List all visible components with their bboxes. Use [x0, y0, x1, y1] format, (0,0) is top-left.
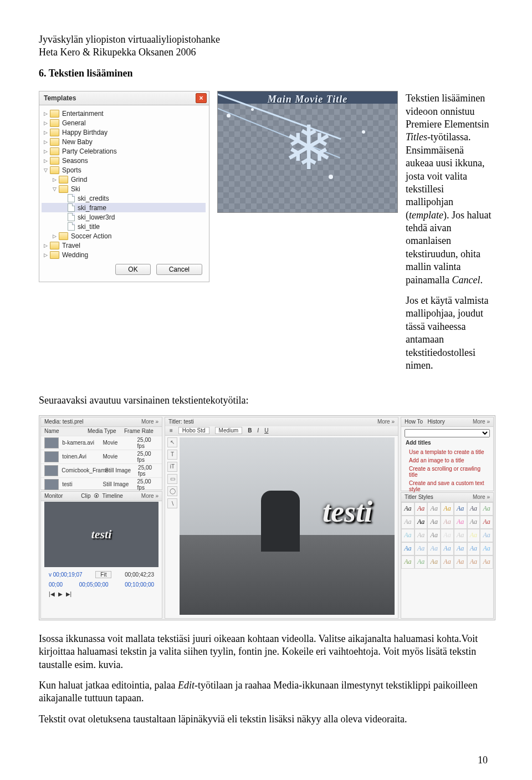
underline-icon[interactable]: U [264, 427, 268, 434]
workspace-screenshot: Media: testi.prel More » Name Media Type… [39, 415, 495, 620]
tab-timeline[interactable]: Timeline [102, 493, 122, 499]
style-swatch[interactable]: Aa [454, 502, 467, 516]
howto-link[interactable]: Use a template to create a title [405, 448, 490, 456]
media-row[interactable]: toinen.AviMovie25,00 fps [41, 450, 162, 464]
style-swatch[interactable]: Aa [454, 516, 467, 529]
tree-item[interactable]: ▷Wedding [42, 250, 206, 259]
folder-icon [50, 129, 59, 136]
howto-link[interactable]: Add an image to a title [405, 456, 490, 465]
style-swatch[interactable]: Aa [401, 502, 415, 516]
shape-tool-icon: ▭ [167, 474, 177, 484]
style-swatch[interactable]: Aa [427, 529, 441, 542]
templates-tree[interactable]: ▷Entertainment▷General▷Happy Birthday▷Ne… [42, 109, 206, 259]
bold-icon[interactable]: B [248, 427, 252, 434]
more-icon[interactable]: More » [473, 419, 490, 425]
style-swatch[interactable]: Aa [401, 555, 415, 569]
style-swatch[interactable]: Aa [480, 516, 493, 529]
tree-item[interactable]: ▷New Baby [42, 137, 206, 146]
more-icon[interactable]: More » [141, 493, 158, 499]
weight-select[interactable]: Medium [215, 427, 243, 434]
play-next-icon[interactable]: ▶| [66, 591, 72, 597]
style-swatch[interactable]: Aa [441, 542, 454, 555]
file-icon [68, 213, 75, 221]
thumbnail-icon [44, 437, 59, 448]
style-swatch[interactable]: Aa [415, 529, 428, 542]
tree-item[interactable]: ski_frame [42, 203, 206, 212]
tree-item[interactable]: ▽Sports [42, 165, 206, 175]
style-swatch[interactable]: Aa [415, 502, 428, 516]
tree-item[interactable]: ski_credits [42, 193, 206, 203]
tab-howto[interactable]: How To [405, 419, 423, 425]
tree-item[interactable]: ski_lower3rd [42, 212, 206, 222]
style-swatch[interactable]: Aa [454, 529, 467, 542]
style-swatch[interactable]: Aa [427, 516, 441, 529]
style-swatch[interactable]: Aa [441, 555, 454, 569]
close-icon[interactable]: × [196, 93, 207, 103]
style-swatch[interactable]: Aa [441, 502, 454, 516]
tree-item[interactable]: ▷Grind [42, 175, 206, 184]
media-panel-title: Media: testi.prel [44, 419, 84, 425]
intro-paragraph-2: Jos et käytä valmista mallipohjaa, joudu… [406, 294, 493, 372]
titler-overlay-text[interactable]: testi [323, 494, 372, 529]
play-icon[interactable]: ▶ [58, 591, 63, 597]
tab-clip[interactable]: Clip [81, 493, 90, 499]
howto-link[interactable]: Create and save a custom text style [405, 479, 490, 493]
more-icon[interactable]: More » [377, 419, 395, 425]
tree-item[interactable]: ▷Soccer Action [42, 231, 206, 241]
style-swatch[interactable]: Aa [415, 555, 428, 569]
more-icon[interactable]: More » [141, 419, 158, 425]
style-swatch[interactable]: Aa [467, 529, 480, 542]
styles-grid[interactable]: AaAaAaAaAaAaAaAaAaAaAaAaAaAaAaAaAaAaAaAa… [401, 502, 493, 569]
tab-history[interactable]: History [428, 419, 445, 425]
style-swatch[interactable]: Aa [480, 529, 493, 542]
style-swatch[interactable]: Aa [401, 529, 415, 542]
play-prev-icon[interactable]: |◀ [49, 591, 55, 597]
style-swatch[interactable]: Aa [467, 502, 480, 516]
style-swatch[interactable]: Aa [441, 529, 454, 542]
tree-item[interactable]: ▷General [42, 118, 206, 128]
howto-dropdown[interactable] [405, 429, 490, 437]
style-swatch[interactable]: Aa [480, 502, 493, 516]
font-select[interactable]: Hobo Std [178, 427, 209, 434]
tree-item[interactable]: ▷Party Celebrations [42, 146, 206, 156]
folder-icon [50, 147, 59, 155]
cancel-button[interactable]: Cancel [156, 264, 202, 275]
style-swatch[interactable]: Aa [454, 542, 467, 555]
tree-item[interactable]: ▽Ski [42, 184, 206, 193]
tree-item[interactable]: ▷Seasons [42, 156, 206, 165]
media-row[interactable]: Comicbook_FrameStill Image25,00 fps [41, 464, 162, 478]
style-swatch[interactable]: Aa [480, 542, 493, 555]
style-swatch[interactable]: Aa [467, 542, 480, 555]
ok-button[interactable]: OK [115, 264, 150, 275]
style-swatch[interactable]: Aa [467, 555, 480, 569]
style-swatch[interactable]: Aa [427, 542, 441, 555]
tree-item[interactable]: ▷Entertainment [42, 109, 206, 118]
align-icon[interactable]: ≡ [170, 427, 173, 434]
italic-icon[interactable]: I [257, 427, 259, 434]
thumbnail-icon [44, 451, 59, 462]
titler-tools[interactable]: ↖ T iT ▭ ◯ ∖ [167, 437, 177, 615]
fit-button[interactable]: Fit [95, 571, 111, 578]
style-swatch[interactable]: Aa [427, 502, 441, 516]
style-swatch[interactable]: Aa [441, 516, 454, 529]
style-swatch[interactable]: Aa [415, 516, 428, 529]
more-icon[interactable]: More » [473, 494, 490, 500]
style-swatch[interactable]: Aa [415, 542, 428, 555]
style-swatch[interactable]: Aa [427, 555, 441, 569]
file-icon [68, 222, 75, 231]
style-swatch[interactable]: Aa [454, 555, 467, 569]
mid-line: Seuraavaksi avautuu varsinainen tekstien… [39, 394, 493, 407]
style-swatch[interactable]: Aa [480, 555, 493, 569]
tree-item[interactable]: ▷Travel [42, 241, 206, 250]
style-swatch[interactable]: Aa [401, 542, 415, 555]
styles-panel: Titler Styles More » AaAaAaAaAaAaAaAaAaA… [401, 492, 494, 619]
howto-link[interactable]: Create a scrolling or crawling title [405, 465, 490, 479]
style-swatch[interactable]: Aa [401, 516, 415, 529]
tree-item[interactable]: ▷Happy Birthday [42, 128, 206, 137]
style-swatch[interactable]: Aa [467, 516, 480, 529]
tree-item[interactable]: ski_title [42, 222, 206, 231]
media-row[interactable]: b-kamera.aviMovie25,00 fps [41, 436, 162, 450]
media-row[interactable]: testiStill Image25,00 fps [41, 478, 162, 492]
selection-tool-icon: ↖ [167, 437, 177, 447]
howto-panel: How To History More » Add titles Use a t… [401, 417, 494, 491]
